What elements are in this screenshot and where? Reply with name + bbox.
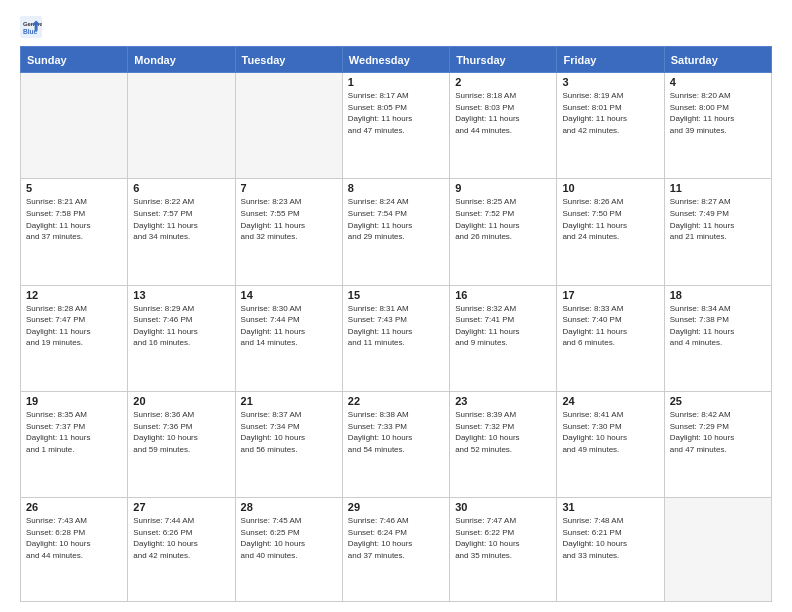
calendar-cell [235, 73, 342, 179]
day-info: Sunrise: 7:46 AM Sunset: 6:24 PM Dayligh… [348, 515, 444, 561]
day-number: 30 [455, 501, 551, 513]
calendar-cell: 26Sunrise: 7:43 AM Sunset: 6:28 PM Dayli… [21, 498, 128, 602]
day-info: Sunrise: 8:35 AM Sunset: 7:37 PM Dayligh… [26, 409, 122, 455]
day-number: 19 [26, 395, 122, 407]
day-info: Sunrise: 8:41 AM Sunset: 7:30 PM Dayligh… [562, 409, 658, 455]
calendar-week-row: 5Sunrise: 8:21 AM Sunset: 7:58 PM Daylig… [21, 179, 772, 285]
calendar-cell: 19Sunrise: 8:35 AM Sunset: 7:37 PM Dayli… [21, 391, 128, 497]
calendar-cell: 25Sunrise: 8:42 AM Sunset: 7:29 PM Dayli… [664, 391, 771, 497]
calendar-cell: 8Sunrise: 8:24 AM Sunset: 7:54 PM Daylig… [342, 179, 449, 285]
calendar-cell: 10Sunrise: 8:26 AM Sunset: 7:50 PM Dayli… [557, 179, 664, 285]
day-info: Sunrise: 8:36 AM Sunset: 7:36 PM Dayligh… [133, 409, 229, 455]
calendar-cell: 9Sunrise: 8:25 AM Sunset: 7:52 PM Daylig… [450, 179, 557, 285]
weekday-header: Tuesday [235, 47, 342, 73]
day-number: 7 [241, 182, 337, 194]
weekday-header: Friday [557, 47, 664, 73]
calendar-cell: 21Sunrise: 8:37 AM Sunset: 7:34 PM Dayli… [235, 391, 342, 497]
day-number: 20 [133, 395, 229, 407]
calendar-cell: 5Sunrise: 8:21 AM Sunset: 7:58 PM Daylig… [21, 179, 128, 285]
day-number: 16 [455, 289, 551, 301]
day-info: Sunrise: 8:30 AM Sunset: 7:44 PM Dayligh… [241, 303, 337, 349]
day-number: 17 [562, 289, 658, 301]
day-number: 13 [133, 289, 229, 301]
calendar-cell: 18Sunrise: 8:34 AM Sunset: 7:38 PM Dayli… [664, 285, 771, 391]
calendar-cell: 23Sunrise: 8:39 AM Sunset: 7:32 PM Dayli… [450, 391, 557, 497]
logo-icon: General Blue [20, 16, 42, 38]
calendar-cell: 2Sunrise: 8:18 AM Sunset: 8:03 PM Daylig… [450, 73, 557, 179]
calendar-cell: 27Sunrise: 7:44 AM Sunset: 6:26 PM Dayli… [128, 498, 235, 602]
day-info: Sunrise: 8:20 AM Sunset: 8:00 PM Dayligh… [670, 90, 766, 136]
day-info: Sunrise: 8:19 AM Sunset: 8:01 PM Dayligh… [562, 90, 658, 136]
calendar-cell: 30Sunrise: 7:47 AM Sunset: 6:22 PM Dayli… [450, 498, 557, 602]
day-number: 10 [562, 182, 658, 194]
weekday-header: Saturday [664, 47, 771, 73]
day-number: 27 [133, 501, 229, 513]
day-info: Sunrise: 8:39 AM Sunset: 7:32 PM Dayligh… [455, 409, 551, 455]
day-number: 9 [455, 182, 551, 194]
day-number: 12 [26, 289, 122, 301]
calendar-cell: 4Sunrise: 8:20 AM Sunset: 8:00 PM Daylig… [664, 73, 771, 179]
day-number: 14 [241, 289, 337, 301]
calendar-cell: 7Sunrise: 8:23 AM Sunset: 7:55 PM Daylig… [235, 179, 342, 285]
day-number: 21 [241, 395, 337, 407]
calendar-cell: 15Sunrise: 8:31 AM Sunset: 7:43 PM Dayli… [342, 285, 449, 391]
calendar-cell: 14Sunrise: 8:30 AM Sunset: 7:44 PM Dayli… [235, 285, 342, 391]
calendar-cell: 13Sunrise: 8:29 AM Sunset: 7:46 PM Dayli… [128, 285, 235, 391]
calendar-cell: 1Sunrise: 8:17 AM Sunset: 8:05 PM Daylig… [342, 73, 449, 179]
day-number: 5 [26, 182, 122, 194]
calendar-cell: 6Sunrise: 8:22 AM Sunset: 7:57 PM Daylig… [128, 179, 235, 285]
calendar-table: SundayMondayTuesdayWednesdayThursdayFrid… [20, 46, 772, 602]
day-info: Sunrise: 8:23 AM Sunset: 7:55 PM Dayligh… [241, 196, 337, 242]
day-info: Sunrise: 8:21 AM Sunset: 7:58 PM Dayligh… [26, 196, 122, 242]
day-number: 28 [241, 501, 337, 513]
day-number: 18 [670, 289, 766, 301]
day-info: Sunrise: 8:18 AM Sunset: 8:03 PM Dayligh… [455, 90, 551, 136]
day-info: Sunrise: 8:42 AM Sunset: 7:29 PM Dayligh… [670, 409, 766, 455]
day-info: Sunrise: 8:24 AM Sunset: 7:54 PM Dayligh… [348, 196, 444, 242]
weekday-header: Thursday [450, 47, 557, 73]
day-info: Sunrise: 8:29 AM Sunset: 7:46 PM Dayligh… [133, 303, 229, 349]
day-number: 1 [348, 76, 444, 88]
day-info: Sunrise: 7:44 AM Sunset: 6:26 PM Dayligh… [133, 515, 229, 561]
calendar-cell [664, 498, 771, 602]
day-number: 29 [348, 501, 444, 513]
weekday-header: Sunday [21, 47, 128, 73]
calendar-week-row: 19Sunrise: 8:35 AM Sunset: 7:37 PM Dayli… [21, 391, 772, 497]
calendar-cell [21, 73, 128, 179]
calendar-cell: 29Sunrise: 7:46 AM Sunset: 6:24 PM Dayli… [342, 498, 449, 602]
day-info: Sunrise: 8:25 AM Sunset: 7:52 PM Dayligh… [455, 196, 551, 242]
calendar-cell: 31Sunrise: 7:48 AM Sunset: 6:21 PM Dayli… [557, 498, 664, 602]
day-info: Sunrise: 8:26 AM Sunset: 7:50 PM Dayligh… [562, 196, 658, 242]
calendar-cell: 17Sunrise: 8:33 AM Sunset: 7:40 PM Dayli… [557, 285, 664, 391]
day-info: Sunrise: 8:31 AM Sunset: 7:43 PM Dayligh… [348, 303, 444, 349]
calendar-cell: 12Sunrise: 8:28 AM Sunset: 7:47 PM Dayli… [21, 285, 128, 391]
day-number: 26 [26, 501, 122, 513]
day-number: 15 [348, 289, 444, 301]
calendar-cell: 20Sunrise: 8:36 AM Sunset: 7:36 PM Dayli… [128, 391, 235, 497]
page: General Blue SundayMondayTuesdayWednesda… [0, 0, 792, 612]
day-info: Sunrise: 7:47 AM Sunset: 6:22 PM Dayligh… [455, 515, 551, 561]
day-info: Sunrise: 8:17 AM Sunset: 8:05 PM Dayligh… [348, 90, 444, 136]
day-info: Sunrise: 8:33 AM Sunset: 7:40 PM Dayligh… [562, 303, 658, 349]
weekday-header-row: SundayMondayTuesdayWednesdayThursdayFrid… [21, 47, 772, 73]
header: General Blue [20, 16, 772, 38]
day-info: Sunrise: 8:27 AM Sunset: 7:49 PM Dayligh… [670, 196, 766, 242]
day-number: 8 [348, 182, 444, 194]
day-info: Sunrise: 7:48 AM Sunset: 6:21 PM Dayligh… [562, 515, 658, 561]
day-info: Sunrise: 7:43 AM Sunset: 6:28 PM Dayligh… [26, 515, 122, 561]
day-number: 4 [670, 76, 766, 88]
calendar-cell: 16Sunrise: 8:32 AM Sunset: 7:41 PM Dayli… [450, 285, 557, 391]
day-number: 6 [133, 182, 229, 194]
calendar-cell: 11Sunrise: 8:27 AM Sunset: 7:49 PM Dayli… [664, 179, 771, 285]
day-info: Sunrise: 8:38 AM Sunset: 7:33 PM Dayligh… [348, 409, 444, 455]
calendar-cell: 24Sunrise: 8:41 AM Sunset: 7:30 PM Dayli… [557, 391, 664, 497]
weekday-header: Monday [128, 47, 235, 73]
day-number: 25 [670, 395, 766, 407]
day-number: 22 [348, 395, 444, 407]
day-number: 31 [562, 501, 658, 513]
day-number: 24 [562, 395, 658, 407]
day-info: Sunrise: 7:45 AM Sunset: 6:25 PM Dayligh… [241, 515, 337, 561]
calendar-week-row: 12Sunrise: 8:28 AM Sunset: 7:47 PM Dayli… [21, 285, 772, 391]
calendar-cell: 3Sunrise: 8:19 AM Sunset: 8:01 PM Daylig… [557, 73, 664, 179]
day-number: 2 [455, 76, 551, 88]
